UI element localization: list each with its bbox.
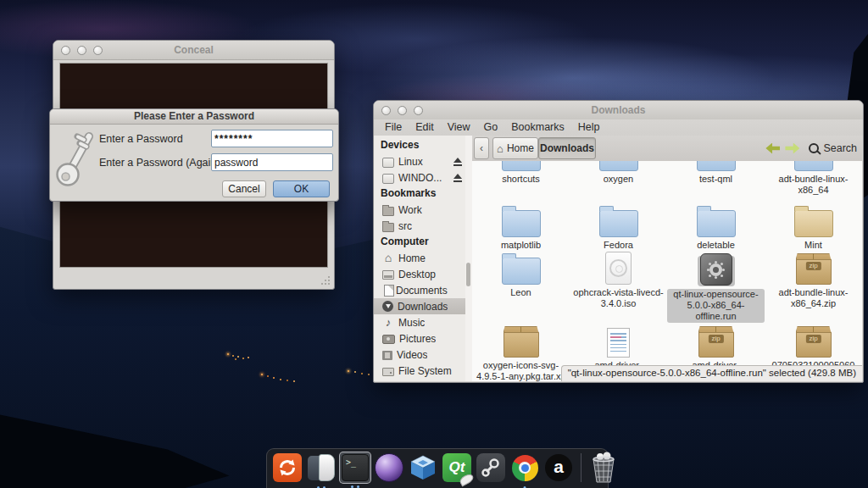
file-tile[interactable]: ophcrack-vista-livecd-3.4.0.iso — [570, 256, 667, 323]
scrollbar-thumb[interactable] — [466, 263, 470, 286]
ok-button[interactable]: OK — [273, 180, 330, 197]
virtualbox-icon — [409, 454, 437, 481]
back-arrow-icon[interactable] — [765, 143, 780, 154]
file-name: shortcuts — [502, 174, 540, 185]
sidebar-item-downloads[interactable]: Downloads — [374, 298, 465, 314]
file-tile-selected[interactable]: qt-linux-opensource-5.0.0-x86_64-offline… — [667, 256, 765, 323]
window-maximize-button[interactable] — [93, 46, 103, 55]
file-tile[interactable]: shortcuts — [472, 161, 570, 196]
fm-titlebar[interactable]: Downloads — [374, 101, 863, 120]
menu-file[interactable]: File — [378, 119, 409, 136]
sidebar-item-desktop[interactable]: Desktop — [374, 266, 465, 282]
password-again-input[interactable] — [211, 153, 333, 171]
forward-arrow-icon[interactable] — [785, 143, 799, 154]
cancel-button[interactable]: Cancel — [222, 180, 266, 197]
dock-item-chrome[interactable] — [509, 452, 541, 484]
fm-title: Downloads — [374, 104, 863, 116]
dock-item-eclipse[interactable] — [373, 452, 405, 484]
window-minimize-button[interactable] — [77, 46, 86, 55]
menu-edit[interactable]: Edit — [409, 119, 441, 136]
file-tile[interactable]: Fedora — [570, 208, 667, 251]
file-name: adt-bundle-linux-x86_64.zip — [766, 287, 861, 309]
resize-grip[interactable] — [328, 283, 330, 285]
sidebar-item-work[interactable]: Work — [374, 202, 465, 218]
file-tile[interactable]: Mint — [765, 208, 862, 251]
password-input[interactable] — [211, 130, 333, 147]
dock-item-qt-creator[interactable]: Qt — [441, 452, 473, 484]
desktop: Conceal Please Enter a Password Enter a … — [0, 0, 868, 488]
dock-item-file-manager[interactable] — [305, 452, 337, 484]
file-tile[interactable]: adt-bundle-linux-x86_64 — [765, 161, 862, 196]
window-minimize-button[interactable] — [398, 106, 407, 115]
dock-item-sync[interactable] — [271, 452, 303, 484]
zip-archive-icon: zip — [796, 331, 832, 358]
zip-badge: zip — [708, 335, 723, 343]
disk-icon — [382, 174, 394, 184]
sidebar-header-computer: Computer — [374, 234, 465, 250]
folder-icon — [599, 161, 638, 171]
sidebar-item-filesystem[interactable]: File System — [374, 363, 465, 379]
sidebar-item-linux[interactable]: Linux — [374, 153, 465, 169]
sidebar-item-label: WINDO... — [398, 172, 442, 184]
eject-icon[interactable] — [453, 158, 462, 166]
file-tile[interactable]: zip adt-bundle-linux-x86_64.zip — [765, 256, 862, 323]
folder-icon — [502, 258, 541, 285]
village-lights — [227, 353, 229, 355]
home-icon: ⌂ — [382, 252, 394, 263]
eject-icon[interactable] — [453, 174, 462, 182]
steam-icon — [476, 453, 505, 482]
path-expander-button[interactable]: ‹ — [474, 137, 489, 159]
terminal-icon: >_ — [342, 454, 369, 481]
file-name: qt-linux-opensource-5.0.0-x86_64-offline… — [667, 289, 765, 323]
dock-item-trash[interactable] — [587, 452, 620, 484]
window-close-button[interactable] — [61, 46, 70, 55]
file-tile[interactable]: Leon — [472, 256, 570, 323]
downloads-breadcrumb-button[interactable]: Downloads — [538, 137, 596, 159]
sidebar-item-videos[interactable]: Videos — [374, 347, 465, 363]
sidebar-item-documents[interactable]: Documents — [374, 282, 465, 298]
menu-bookmarks[interactable]: Bookmarks — [504, 119, 571, 136]
sidebar-item-home[interactable]: ⌂ Home — [374, 250, 465, 266]
file-tile[interactable]: oxygen-icons-svg-4.9.5-1-any.pkg.tar.xz — [472, 329, 570, 381]
sync-icon — [273, 453, 302, 482]
search-label[interactable]: Search — [823, 142, 857, 154]
menu-view[interactable]: View — [441, 119, 477, 136]
menu-help[interactable]: Help — [571, 119, 607, 136]
dock-item-terminal[interactable]: >_ — [339, 452, 371, 484]
file-name: ophcrack-vista-livecd-3.4.0.iso — [571, 287, 666, 309]
file-tile[interactable]: deletable — [667, 208, 765, 251]
sidebar-item-pictures[interactable]: Pictures — [374, 330, 465, 347]
folder-icon — [697, 161, 736, 171]
menu-go[interactable]: Go — [477, 119, 505, 136]
file-name: oxygen-icons-svg-4.9.5-1-any.pkg.tar.xz — [474, 360, 569, 381]
disc-image-icon — [605, 252, 632, 285]
search-icon[interactable] — [809, 143, 819, 153]
home-breadcrumb-button[interactable]: ⌂ Home — [492, 137, 538, 159]
conceal-titlebar[interactable]: Conceal — [53, 41, 334, 60]
window-maximize-button[interactable] — [414, 106, 423, 115]
sidebar-header-bookmarks: Bookmarks — [374, 186, 465, 202]
status-bar: "qt-linux-opensource-5.0.0-x86_64-offlin… — [561, 365, 862, 381]
sidebar-item-src[interactable]: src — [374, 218, 465, 234]
sidebar-item-label: src — [398, 220, 412, 232]
sidebar-item-windows[interactable]: WINDO... — [374, 169, 465, 186]
sidebar-item-music[interactable]: ♪ Music — [374, 314, 465, 330]
file-manager-window: Downloads File Edit View Go Bookmarks He… — [373, 100, 864, 383]
sidebar: Devices Linux WINDO... Bookmarks Work sr… — [374, 136, 466, 381]
dock-item-amazon[interactable]: a — [542, 452, 575, 484]
film-icon — [382, 351, 392, 360]
file-tile[interactable]: oxygen — [570, 161, 667, 196]
dock-item-steam[interactable] — [475, 452, 507, 484]
password-again-label: Enter a Password (Again) — [99, 157, 220, 169]
file-view[interactable]: shortcuts oxygen test-qml adt-bundle-lin… — [472, 161, 862, 381]
dialog-title[interactable]: Please Enter a Password — [50, 109, 338, 125]
file-name: test-qml — [699, 174, 732, 185]
file-tile[interactable]: test-qml — [667, 161, 765, 196]
window-close-button[interactable] — [381, 106, 391, 115]
file-name: oxygen — [604, 174, 633, 185]
file-tile[interactable]: matplotlib — [472, 208, 570, 251]
password-label: Enter a Password — [99, 133, 183, 145]
file-row: shortcuts oxygen test-qml adt-bundle-lin… — [472, 161, 862, 196]
dock-item-virtualbox[interactable] — [407, 452, 439, 484]
sidebar-item-label: File System — [398, 365, 452, 377]
